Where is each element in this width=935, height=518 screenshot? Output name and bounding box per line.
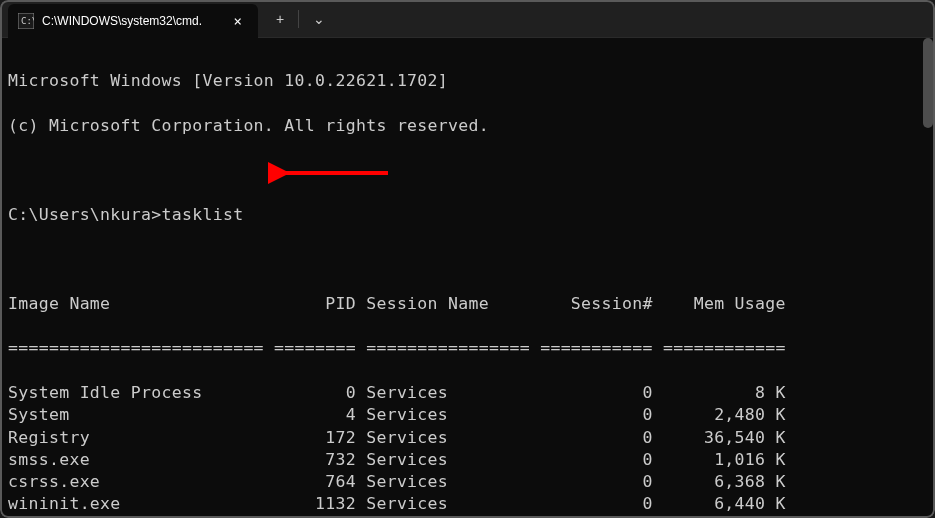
banner-line: (c) Microsoft Corporation. All rights re…: [8, 115, 927, 137]
tab-divider: [298, 10, 299, 28]
tasklist-row: csrss.exe 764 Services 0 6,368 K: [8, 471, 927, 493]
tasklist-row: System 4 Services 0 2,480 K: [8, 404, 927, 426]
titlebar: C:\ C:\WINDOWS\system32\cmd. × + ⌄: [0, 0, 935, 38]
svg-text:C:\: C:\: [21, 16, 34, 26]
tasklist-row: smss.exe 732 Services 0 1,016 K: [8, 449, 927, 471]
cmd-icon: C:\: [18, 13, 34, 29]
new-tab-button[interactable]: +: [266, 7, 294, 31]
tab-controls: + ⌄: [266, 7, 335, 31]
active-tab[interactable]: C:\ C:\WINDOWS\system32\cmd. ×: [8, 4, 258, 38]
tab-dropdown-button[interactable]: ⌄: [303, 7, 335, 31]
close-tab-button[interactable]: ×: [228, 11, 248, 31]
terminal-output[interactable]: Microsoft Windows [Version 10.0.22621.17…: [0, 38, 935, 518]
prompt-line: C:\Users\nkura>tasklist: [8, 204, 927, 226]
tasklist-row: System Idle Process 0 Services 0 8 K: [8, 382, 927, 404]
banner-line: Microsoft Windows [Version 10.0.22621.17…: [8, 70, 927, 92]
tasklist-row: wininit.exe 1132 Services 0 6,440 K: [8, 493, 927, 515]
scrollbar-thumb[interactable]: [923, 38, 933, 128]
tasklist-header: Image Name PID Session Name Session# Mem…: [8, 293, 927, 315]
blank-line: [8, 159, 927, 181]
blank-line: [8, 248, 927, 270]
scrollbar[interactable]: [921, 38, 933, 518]
tasklist-separator: ========================= ======== =====…: [8, 337, 927, 359]
tab-title: C:\WINDOWS\system32\cmd.: [42, 14, 228, 28]
tasklist-row: Registry 172 Services 0 36,540 K: [8, 427, 927, 449]
